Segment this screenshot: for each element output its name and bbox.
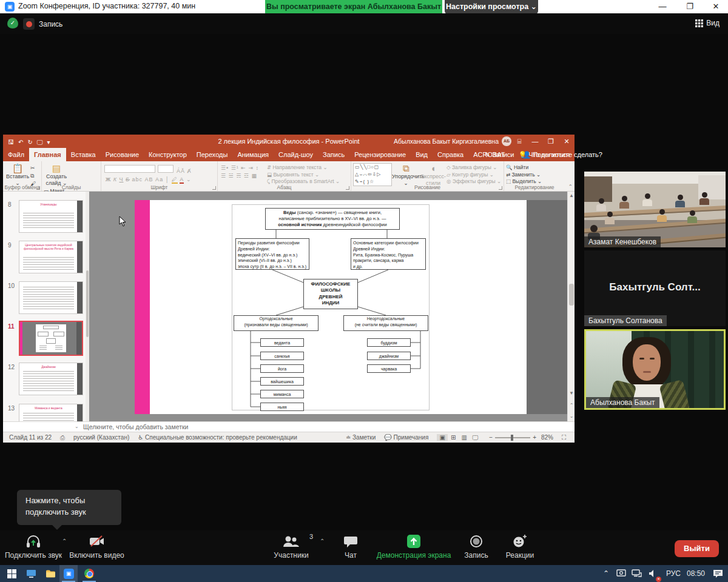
- arrange-button[interactable]: ⧉Упорядочить ⌄: [392, 163, 420, 186]
- bold-icon[interactable]: Ж: [106, 176, 111, 182]
- tab-transitions[interactable]: Переходы: [192, 148, 233, 161]
- align-left-icon[interactable]: ☰: [221, 173, 226, 179]
- slideshow-view-icon[interactable]: 🖵: [470, 434, 480, 441]
- zoom-slider-handle[interactable]: [511, 435, 513, 441]
- cut-icon[interactable]: ✂: [30, 164, 36, 172]
- align-center-icon[interactable]: ☱: [229, 173, 234, 179]
- grow-font-icon[interactable]: А́: [177, 168, 181, 174]
- paragraph-dialog-launcher[interactable]: [346, 186, 349, 190]
- share-button[interactable]: 👤 Поделиться: [522, 148, 570, 161]
- tab-draw[interactable]: Рисование: [101, 148, 144, 161]
- shrink-font-icon[interactable]: А̌: [181, 168, 185, 174]
- start-button[interactable]: [2, 565, 21, 582]
- zoom-out-icon[interactable]: −: [489, 434, 493, 441]
- zoom-percent[interactable]: 82%: [541, 434, 553, 441]
- participant-tile-azamat[interactable]: Азамат Кенешбеков: [584, 172, 726, 247]
- tab-design[interactable]: Конструктор: [144, 148, 192, 161]
- network-icon[interactable]: [632, 565, 642, 582]
- record-button[interactable]: Запись: [459, 534, 493, 560]
- new-slide-button[interactable]: ▤Создать слайд ⌄: [44, 163, 69, 186]
- highlight-icon[interactable]: 🖊: [172, 176, 178, 184]
- numbering-icon[interactable]: ☰¹: [231, 165, 239, 171]
- slide-thumbnail-8[interactable]: Упанишады: [19, 200, 83, 233]
- tab-insert[interactable]: Вставка: [66, 148, 101, 161]
- zoom-in-icon[interactable]: +: [533, 434, 536, 441]
- undo-icon[interactable]: ↶: [18, 139, 23, 146]
- shapes-gallery[interactable]: ▭╲╲□○▢△⌣⌒⇦⇩▷✎⌁{ }☆: [353, 163, 392, 186]
- slide-sorter-icon[interactable]: ⊞: [448, 434, 459, 441]
- slide-thumbnail-13[interactable]: Миманса и веданта: [19, 404, 83, 421]
- clock[interactable]: 08:50: [687, 565, 705, 582]
- close-icon[interactable]: ✕: [704, 0, 728, 13]
- minimize-icon[interactable]: —: [650, 0, 675, 13]
- scroll-up-icon[interactable]: ▲: [568, 192, 575, 199]
- action-center-icon[interactable]: [713, 565, 723, 582]
- clipboard-dialog-launcher[interactable]: [36, 186, 40, 190]
- line-spacing-icon[interactable]: ↕: [255, 165, 259, 171]
- reactions-button[interactable]: Реакции: [499, 534, 541, 560]
- font-size-combobox[interactable]: [158, 165, 174, 173]
- share-screen-button[interactable]: Демонстрация экрана: [371, 534, 456, 560]
- paste-button[interactable]: 📋Вставить ⌄: [5, 163, 30, 186]
- text-direction-button[interactable]: ⇵ Направление текста ⌄: [267, 164, 340, 172]
- shape-outline-button[interactable]: ▱ Контур фигуры ⌄: [447, 172, 501, 179]
- italic-icon[interactable]: К: [113, 176, 117, 182]
- tab-file[interactable]: Файл: [3, 148, 29, 161]
- copy-icon[interactable]: ⧉: [30, 172, 36, 180]
- drawing-dialog-launcher[interactable]: [499, 186, 502, 190]
- start-video-button[interactable]: Включить видео: [68, 534, 126, 560]
- thumbnail-scroll-thumb[interactable]: [86, 270, 89, 337]
- replace-button[interactable]: ⇄ Заменить ⌄: [506, 172, 563, 179]
- tab-help[interactable]: Справка: [433, 148, 468, 161]
- fit-to-window-icon[interactable]: ⛶: [562, 434, 566, 441]
- notes-placeholder[interactable]: Щелкните, чтобы добавить заметки: [83, 422, 188, 432]
- font-color-icon[interactable]: А: [180, 176, 184, 184]
- redo-icon[interactable]: ↻: [27, 139, 32, 146]
- tab-record[interactable]: Запись: [318, 148, 349, 161]
- normal-view-icon[interactable]: ▣: [437, 434, 448, 441]
- shadow-icon[interactable]: abc: [132, 176, 143, 182]
- next-slide-icon[interactable]: ⌄: [568, 412, 575, 420]
- security-shield-icon[interactable]: ✓: [7, 18, 18, 28]
- accessibility-status[interactable]: ♿ Специальные возможности: проверьте рек…: [138, 434, 297, 441]
- notes-collapse-icon[interactable]: ⌄: [75, 422, 79, 432]
- qat-customize-icon[interactable]: ▾: [47, 139, 50, 146]
- columns-icon[interactable]: ▦: [251, 173, 257, 179]
- task-view-button[interactable]: [22, 565, 40, 582]
- tray-expand-caret-icon[interactable]: ⌃: [603, 565, 609, 582]
- participant-tile-abylkhanova-active-speaker[interactable]: Абылханова Бакыт: [584, 329, 726, 410]
- align-right-icon[interactable]: ☴: [236, 173, 241, 179]
- char-spacing-icon[interactable]: АВ: [145, 176, 153, 182]
- philosophy-diagram[interactable]: Веды (санскр. «знание») — священные книг…: [232, 205, 429, 410]
- ppt-restore-icon[interactable]: ❐: [543, 135, 559, 148]
- file-explorer-button[interactable]: [41, 565, 59, 582]
- view-settings-button[interactable]: Настройки просмотра ⌄: [445, 0, 538, 15]
- scroll-down-icon[interactable]: ▼: [568, 389, 575, 397]
- ppt-close-icon[interactable]: ✕: [559, 135, 575, 148]
- font-name-combobox[interactable]: [104, 165, 155, 173]
- underline-icon[interactable]: Ч: [119, 176, 123, 182]
- find-button[interactable]: 🔍 Найти: [506, 164, 563, 172]
- font-dialog-launcher[interactable]: [212, 186, 216, 190]
- zoom-taskbar-button-active[interactable]: ▣: [59, 565, 78, 582]
- comments-toggle[interactable]: 💬 Примечания: [384, 434, 428, 441]
- slide-thumbnail-9[interactable]: Центральные понятия индийской философско…: [19, 241, 83, 273]
- start-slideshow-icon[interactable]: 🖵: [37, 139, 43, 146]
- view-button[interactable]: Вид: [695, 19, 720, 27]
- chrome-taskbar-button[interactable]: [80, 565, 98, 582]
- ribbon-display-options-icon[interactable]: ⌸: [511, 135, 527, 148]
- indent-left-icon[interactable]: ⇤: [241, 165, 246, 171]
- theme-icon[interactable]: ⎙: [60, 434, 65, 441]
- slide-thumbnail-10[interactable]: [19, 281, 83, 314]
- change-case-icon[interactable]: Аа: [155, 176, 163, 182]
- justify-icon[interactable]: ☲: [244, 173, 249, 179]
- strikethrough-icon[interactable]: S: [126, 176, 130, 182]
- cast-display-icon[interactable]: [616, 565, 626, 582]
- bullets-icon[interactable]: ☰•: [221, 165, 229, 171]
- tab-view[interactable]: Вид: [411, 148, 433, 161]
- indent-right-icon[interactable]: ⇥: [248, 165, 254, 171]
- slide-thumbnail-11-selected[interactable]: [19, 321, 83, 356]
- tab-home[interactable]: Главная: [29, 148, 66, 161]
- previous-slide-icon[interactable]: ⌃: [568, 401, 575, 409]
- current-slide[interactable]: Веды (санскр. «знание») — священные книг…: [135, 200, 567, 414]
